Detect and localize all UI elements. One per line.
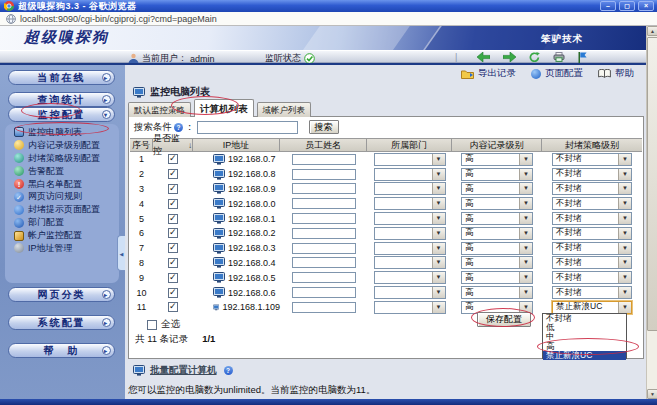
dropdown-option[interactable]: 不封堵 [543, 314, 626, 323]
block-level-select[interactable]: 不封堵 [552, 286, 632, 299]
tab-computer-list[interactable]: 计算机列表 [194, 99, 254, 117]
sidebar-submenu-item[interactable]: 封堵策略级别配置 [5, 152, 119, 165]
monitor-checkbox[interactable] [168, 214, 178, 224]
address-bar[interactable]: localhost:9090/cgi-bin/cgiproj.cgi?cmd=p… [0, 12, 657, 26]
batch-help-icon[interactable] [224, 366, 233, 375]
block-level-select[interactable]: 不封堵 [552, 256, 632, 269]
employee-name-input[interactable] [292, 154, 356, 165]
sidebar-submenu-item[interactable]: 内容记录级别配置 [5, 139, 119, 152]
sidebar-submenu-item[interactable]: 黑白名单配置 [5, 178, 119, 191]
monitor-checkbox[interactable] [168, 154, 178, 164]
sidebar-submenu-item[interactable]: 告警配置 [5, 165, 119, 178]
record-level-select[interactable]: 高 [461, 197, 533, 210]
employee-name-input[interactable] [292, 228, 356, 239]
record-level-select[interactable]: 高 [461, 242, 533, 255]
record-level-select[interactable]: 高 [461, 286, 533, 299]
search-button[interactable]: 搜索 [309, 120, 339, 134]
close-button[interactable] [638, 1, 654, 11]
department-select[interactable] [374, 271, 446, 284]
sort-down-icon [187, 140, 192, 150]
tab-default-policy[interactable]: 默认监控策略 [128, 102, 191, 117]
dropdown-option[interactable]: 禁止新浪UC [543, 351, 626, 360]
col-header-monitored[interactable]: 是否监控 [153, 139, 193, 151]
maximize-button[interactable] [619, 1, 635, 11]
monitor-checkbox[interactable] [168, 258, 178, 268]
block-level-select[interactable]: 不封堵 [552, 271, 632, 284]
department-select[interactable] [374, 153, 446, 166]
sidebar-item-query-stats[interactable]: 查询统计 [8, 92, 115, 107]
record-level-select[interactable]: 高 [461, 168, 533, 181]
select-all-checkbox[interactable] [147, 320, 157, 330]
employee-name-input[interactable] [292, 302, 356, 313]
block-level-select[interactable]: 禁止新浪UC [552, 301, 632, 314]
record-level-select[interactable]: 高 [461, 212, 533, 225]
dropdown-option[interactable]: 低 [543, 323, 626, 332]
monitor-checkbox[interactable] [168, 184, 178, 194]
block-level-select[interactable]: 不封堵 [552, 168, 632, 181]
employee-name-input[interactable] [292, 243, 356, 254]
sidebar-item-monitor-config[interactable]: 监控配置 [8, 107, 115, 122]
department-select[interactable] [374, 182, 446, 195]
monitor-checkbox[interactable] [168, 169, 178, 179]
monitor-checkbox[interactable] [168, 243, 178, 253]
sidebar-submenu-item[interactable]: 网页访问规则 [5, 190, 119, 203]
department-select[interactable] [374, 168, 446, 181]
employee-name-input[interactable] [292, 257, 356, 268]
record-level-select[interactable]: 高 [461, 227, 533, 240]
dropdown-option[interactable]: 中 [543, 332, 626, 341]
sidebar-item-help[interactable]: 帮 助 [8, 343, 115, 358]
record-level-select[interactable]: 高 [461, 256, 533, 269]
block-level-select[interactable]: 不封堵 [552, 182, 632, 195]
save-config-button[interactable]: 保存配置 [477, 312, 531, 327]
employee-name-input[interactable] [292, 287, 356, 298]
sidebar-submenu-item[interactable]: 监控电脑列表 [5, 126, 119, 139]
block-level-select[interactable]: 不封堵 [552, 153, 632, 166]
department-select[interactable] [374, 212, 446, 225]
employee-name-input[interactable] [292, 272, 356, 283]
sidebar-submenu-item[interactable]: 封堵提示页面配置 [5, 203, 119, 216]
tab-domain-accounts[interactable]: 域帐户列表 [257, 102, 312, 117]
record-level-select[interactable]: 高 [461, 271, 533, 284]
batch-config-link[interactable]: 批量配置计算机 [150, 364, 217, 377]
monitor-checkbox[interactable] [168, 199, 178, 209]
sidebar-item-web-category[interactable]: 网页分类 [8, 287, 115, 302]
monitor-checkbox[interactable] [168, 288, 178, 298]
department-select[interactable] [374, 256, 446, 269]
department-select[interactable] [374, 197, 446, 210]
employee-name-input[interactable] [292, 169, 356, 180]
search-help-icon[interactable] [174, 123, 183, 132]
sidebar-item-system-config[interactable]: 系统配置 [8, 315, 115, 330]
department-select[interactable] [374, 286, 446, 299]
help-button[interactable]: 帮助 [598, 67, 634, 80]
monitor-checkbox[interactable] [168, 273, 178, 283]
employee-name-input[interactable] [292, 213, 356, 224]
table-header: 序号 是否监控 IP地址 员工姓名 所属部门 内容记录级别 封堵策略级别 [130, 138, 642, 152]
department-select[interactable] [374, 227, 446, 240]
scroll-down-icon[interactable] [647, 389, 657, 399]
sidebar-submenu-item[interactable]: 帐户监控配置 [5, 229, 119, 242]
col-header-employee: 员工姓名 [280, 139, 367, 151]
block-level-select[interactable]: 不封堵 [552, 197, 632, 210]
department-select[interactable] [374, 301, 446, 314]
page-config-button[interactable]: 页面配置 [531, 67, 583, 80]
department-select[interactable] [374, 242, 446, 255]
sidebar-submenu-item[interactable]: 部门配置 [5, 216, 119, 229]
browser-scrollbar[interactable] [646, 26, 657, 399]
sidebar-submenu-item[interactable]: IP地址管理 [5, 242, 119, 255]
block-level-select[interactable]: 不封堵 [552, 227, 632, 240]
minimize-button[interactable] [600, 1, 616, 11]
sidebar-item-online[interactable]: 当前在线 [8, 70, 115, 85]
employee-name-input[interactable] [292, 183, 356, 194]
export-records-button[interactable]: 导出记录 [461, 67, 516, 80]
block-level-select[interactable]: 不封堵 [552, 242, 632, 255]
record-level-select[interactable]: 高 [461, 182, 533, 195]
scrollbar-thumb[interactable] [647, 37, 657, 331]
scroll-up-icon[interactable] [647, 26, 657, 36]
monitor-checkbox[interactable] [168, 302, 178, 312]
block-level-select[interactable]: 不封堵 [552, 212, 632, 225]
record-level-select[interactable]: 高 [461, 153, 533, 166]
search-input[interactable] [197, 121, 298, 134]
employee-name-input[interactable] [292, 198, 356, 209]
sidebar-collapse-handle[interactable] [117, 235, 125, 271]
monitor-checkbox[interactable] [168, 228, 178, 238]
